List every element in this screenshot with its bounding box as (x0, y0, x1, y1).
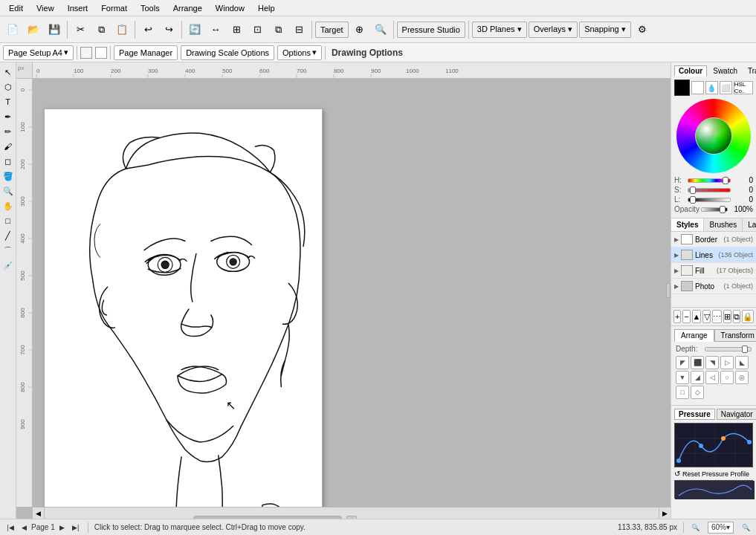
distribute-button[interactable]: ⊡ (248, 20, 267, 39)
overlays-button[interactable]: Overlays ▾ (529, 22, 578, 38)
background-color-swatch[interactable] (691, 81, 704, 94)
menu-insert[interactable]: Insert (62, 2, 94, 14)
cut-button[interactable]: ✂ (71, 20, 90, 39)
zoom-tool[interactable]: 🔍 (1, 184, 15, 198)
move-down-btn[interactable]: ▽ (702, 310, 710, 323)
opacity-slider[interactable] (701, 207, 728, 212)
select-tool[interactable]: ↖ (1, 65, 15, 79)
curve-tool[interactable]: ⌒ (1, 244, 15, 257)
layer-photo[interactable]: ▶ Photo (1 Object) (671, 279, 756, 294)
new-button[interactable]: 📄 (3, 20, 22, 39)
settings-button[interactable]: ⚙ (633, 20, 652, 39)
remove-layer-btn[interactable]: − (682, 310, 690, 323)
split-handle[interactable] (666, 283, 671, 298)
diamond-btn[interactable]: ◇ (691, 386, 704, 399)
snapping-button[interactable]: Snapping ▾ (579, 22, 631, 38)
align-tc[interactable]: ⬛ (691, 356, 704, 369)
paste-button[interactable]: 📋 (112, 20, 132, 39)
save-button[interactable]: 💾 (45, 20, 64, 39)
tab-transform[interactable]: Transform (714, 329, 756, 342)
pan-tool[interactable]: ✋ (1, 199, 15, 213)
next-page-btn[interactable]: ▶ (56, 522, 68, 534)
tab-swatch[interactable]: Swatch (708, 65, 742, 77)
tab-styles[interactable]: Styles (671, 218, 704, 231)
node-tool[interactable]: ⬡ (1, 80, 15, 94)
tab-pressure[interactable]: Pressure (674, 409, 715, 420)
fill-tool[interactable]: 🪣 (1, 169, 15, 183)
align-button[interactable]: ⊞ (227, 20, 246, 39)
canvas-scroll[interactable]: ↖ (33, 79, 671, 507)
scroll-left-btn[interactable]: ◀ (33, 508, 45, 519)
color-box-white[interactable] (95, 47, 107, 59)
add-layer-btn[interactable]: + (673, 310, 681, 323)
lock-btn[interactable]: 🔒 (742, 310, 754, 323)
l-slider[interactable] (688, 198, 731, 202)
open-button[interactable]: 📂 (24, 20, 43, 39)
scroll-center-handle[interactable]: ⋮ (346, 516, 357, 519)
pressure-studio-button[interactable]: Pressure Studio (397, 22, 465, 38)
eraser-tool[interactable]: ◻ (1, 155, 15, 168)
page-manager-button[interactable]: Page Manager (114, 45, 178, 60)
menu-arrange[interactable]: Arrange (167, 2, 208, 14)
menu-tools[interactable]: Tools (135, 2, 166, 14)
merge-btn[interactable]: ⊞ (723, 310, 731, 323)
tab-colour[interactable]: Colour (674, 65, 707, 77)
brush-tool[interactable]: 🖌 (1, 140, 15, 153)
order-button[interactable]: ⧉ (268, 20, 288, 39)
tab-arrange[interactable]: Arrange (674, 329, 714, 342)
menu-format[interactable]: Format (95, 2, 133, 14)
rotate-button[interactable]: 🔄 (185, 20, 204, 39)
pen-tool[interactable]: ✒ (1, 110, 15, 123)
eyedrop-tool[interactable]: 💉 (1, 259, 15, 272)
layer-border[interactable]: ▶ Border (1 Object) (671, 232, 756, 247)
circle-btn[interactable]: ○ (720, 371, 734, 384)
zoom-icon[interactable]: 🔍 (371, 20, 390, 39)
flip-button[interactable]: ↔ (206, 20, 225, 39)
first-page-btn[interactable]: |◀ (4, 522, 16, 534)
group-button[interactable]: ⊟ (289, 20, 308, 39)
tab-navigator[interactable]: Navigator (717, 409, 756, 420)
scroll-right-btn[interactable]: ▶ (659, 508, 671, 519)
foreground-color-swatch[interactable] (674, 80, 690, 96)
text-tool[interactable]: T (1, 95, 15, 108)
menu-window[interactable]: Window (210, 2, 251, 14)
align-bc[interactable]: ▼ (676, 371, 689, 384)
redo-button[interactable]: ↪ (159, 20, 178, 39)
target-button[interactable]: Target (315, 22, 349, 38)
color-picker-button[interactable]: ⬜ (720, 81, 732, 94)
align-tl[interactable]: ◤ (676, 356, 689, 369)
zoom-level-dropdown[interactable]: 60% ▾ (708, 522, 734, 534)
target-icon[interactable]: ⊕ (350, 20, 369, 39)
last-page-btn[interactable]: ▶| (70, 522, 82, 534)
horizontal-scrollbar[interactable]: ◀ ⋮ ▶ (33, 507, 671, 519)
menu-help[interactable]: Help (252, 2, 281, 14)
scroll-thumb[interactable] (193, 516, 342, 519)
color-wheel-container[interactable] (676, 99, 751, 173)
page-setup-button[interactable]: Page Setup A4 ▾ (3, 45, 74, 60)
color-box[interactable] (80, 47, 92, 59)
s-slider[interactable] (688, 188, 731, 192)
depth-slider[interactable] (705, 347, 752, 351)
ring-btn[interactable]: ◎ (735, 371, 749, 384)
drawing-scale-button[interactable]: Drawing Scale Options (181, 45, 274, 60)
shape-tool[interactable]: □ (1, 214, 15, 227)
3dplanes-button[interactable]: 3D Planes ▾ (472, 22, 527, 38)
duplicate-btn[interactable]: ⧉ (733, 310, 740, 323)
pencil-tool[interactable]: ✏ (1, 125, 15, 138)
options-button[interactable]: Options ▾ (277, 45, 322, 60)
menu-view[interactable]: View (30, 2, 60, 14)
move-up-btn[interactable]: ▲ (692, 310, 702, 323)
menu-edit[interactable]: Edit (3, 2, 29, 14)
color-hsl-btn[interactable]: HSL Co.. (734, 81, 753, 94)
align-l[interactable]: ◁ (705, 371, 719, 384)
line-tool[interactable]: ╱ (1, 229, 15, 242)
layer-fill[interactable]: ▶ Fill (17 Objects) (671, 263, 756, 279)
copy-button[interactable]: ⧉ (91, 20, 111, 39)
prev-page-btn[interactable]: ◀ (18, 522, 30, 534)
reset-pressure-btn[interactable]: ↺ Reset Pressure Profile (674, 470, 753, 478)
align-tr[interactable]: ◥ (705, 356, 719, 369)
tab-trans[interactable]: Trans (743, 65, 756, 77)
align-br[interactable]: ◢ (691, 371, 704, 384)
eyedropper-button[interactable]: 💧 (705, 81, 718, 94)
undo-button[interactable]: ↩ (138, 20, 158, 39)
